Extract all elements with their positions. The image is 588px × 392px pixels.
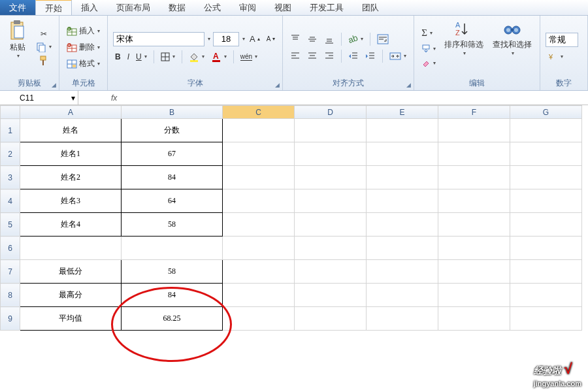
find-select-button[interactable]: 查找和选择 ▾ [490,18,534,76]
cell[interactable] [367,213,438,237]
cell[interactable] [367,119,438,142]
align-left-button[interactable] [288,50,302,62]
chevron-down-icon[interactable]: ▾ [71,93,75,103]
fill-down-button[interactable]: ▾ [419,43,438,54]
cell[interactable] [295,213,367,237]
align-center-button[interactable] [305,50,319,62]
cell[interactable] [223,284,295,307]
font-size-combo[interactable] [213,32,239,46]
fx-icon[interactable]: fx [111,93,117,103]
cell[interactable]: 最高分 [20,284,122,307]
cell[interactable] [510,284,582,307]
cell[interactable]: 84 [122,166,223,189]
row-header[interactable]: 7 [1,260,20,284]
dialog-launcher-icon[interactable]: ◢ [52,82,56,88]
cell[interactable] [223,119,295,142]
chevron-down-icon[interactable]: ▾ [208,36,210,42]
cell[interactable] [510,142,582,166]
tab-insert[interactable]: 插入 [72,0,107,15]
cell[interactable] [510,213,582,237]
cell[interactable]: 68.25 [122,307,223,331]
cell[interactable] [367,189,438,213]
format-painter-button[interactable] [37,55,51,67]
cell[interactable]: 67 [122,142,223,166]
cell[interactable] [295,237,367,260]
cell[interactable]: 平均值 [20,307,122,331]
cell[interactable] [295,189,367,213]
tab-home[interactable]: 开始 [35,0,72,15]
tab-layout[interactable]: 页面布局 [107,0,159,15]
name-box[interactable]: C11 ▾ [0,91,78,105]
cell[interactable]: 64 [122,189,223,213]
formula-input[interactable] [124,93,588,103]
currency-button[interactable]: ¥▾ [546,51,565,63]
cell[interactable] [510,237,582,260]
increase-indent-button[interactable] [363,50,378,62]
col-header[interactable]: D [295,106,367,119]
col-header[interactable]: F [438,106,510,119]
cell[interactable] [223,189,295,213]
row-header[interactable]: 5 [1,213,20,237]
wrap-text-button[interactable] [375,33,391,45]
cell[interactable] [438,307,510,331]
col-header[interactable]: E [367,106,438,119]
row-header[interactable]: 3 [1,166,20,189]
select-all-corner[interactable] [1,106,20,119]
grid-table[interactable]: A B C D E F G 1姓名分数 2姓名167 3姓名284 4姓名364… [0,105,582,331]
tab-view[interactable]: 视图 [265,0,301,15]
cell[interactable] [367,284,438,307]
col-header[interactable]: C [223,106,295,119]
bold-button[interactable]: B [113,52,123,62]
cell[interactable] [223,307,295,331]
cell[interactable] [367,237,438,260]
cell[interactable] [20,237,122,260]
cell[interactable] [438,284,510,307]
border-button[interactable]: ▾ [159,52,177,62]
cell[interactable] [438,142,510,166]
cell[interactable] [510,260,582,284]
cell[interactable] [510,119,582,142]
cell[interactable] [438,119,510,142]
row-header[interactable]: 1 [1,119,20,142]
cell[interactable]: 姓名3 [20,189,122,213]
cell[interactable] [438,213,510,237]
cell[interactable] [223,166,295,189]
delete-cells-button[interactable]: ×删除▾ [65,41,102,54]
tab-review[interactable]: 审阅 [230,0,265,15]
decrease-indent-button[interactable] [346,50,361,62]
dialog-launcher-icon[interactable]: ◢ [406,82,411,88]
cell[interactable]: 84 [122,284,223,307]
italic-button[interactable]: I [125,52,131,62]
cell[interactable] [295,284,367,307]
cell[interactable] [438,260,510,284]
cell[interactable] [438,237,510,260]
cell[interactable] [438,189,510,213]
insert-cells-button[interactable]: +插入▾ [65,25,102,37]
format-cells-button[interactable]: 格式▾ [65,57,102,70]
underline-button[interactable]: U▾ [134,52,149,62]
number-format-combo[interactable] [546,33,578,47]
cell[interactable] [295,142,367,166]
sort-filter-button[interactable]: AZ 排序和筛选 ▾ [442,18,486,76]
cell[interactable] [367,166,438,189]
paste-button[interactable]: 粘贴 ▾ [5,18,30,76]
cell[interactable] [295,119,367,142]
cell[interactable] [223,142,295,166]
cell[interactable] [295,307,367,331]
dialog-launcher-icon[interactable]: ◢ [275,82,280,88]
cell[interactable] [295,260,367,284]
font-color-button[interactable]: A▾ [209,51,229,63]
cell[interactable] [367,260,438,284]
align-bottom-button[interactable] [322,33,336,45]
cell[interactable]: 58 [122,213,223,237]
tab-file[interactable]: 文件 [0,0,35,15]
cell[interactable] [367,307,438,331]
row-header[interactable]: 8 [1,284,20,307]
cell[interactable] [223,213,295,237]
row-header[interactable]: 2 [1,142,20,166]
orientation-button[interactable]: ab▾ [346,33,365,44]
tab-team[interactable]: 团队 [353,0,388,15]
cell[interactable]: 姓名1 [20,142,122,166]
phonetic-button[interactable]: wén▾ [238,52,259,61]
row-header[interactable]: 4 [1,189,20,213]
